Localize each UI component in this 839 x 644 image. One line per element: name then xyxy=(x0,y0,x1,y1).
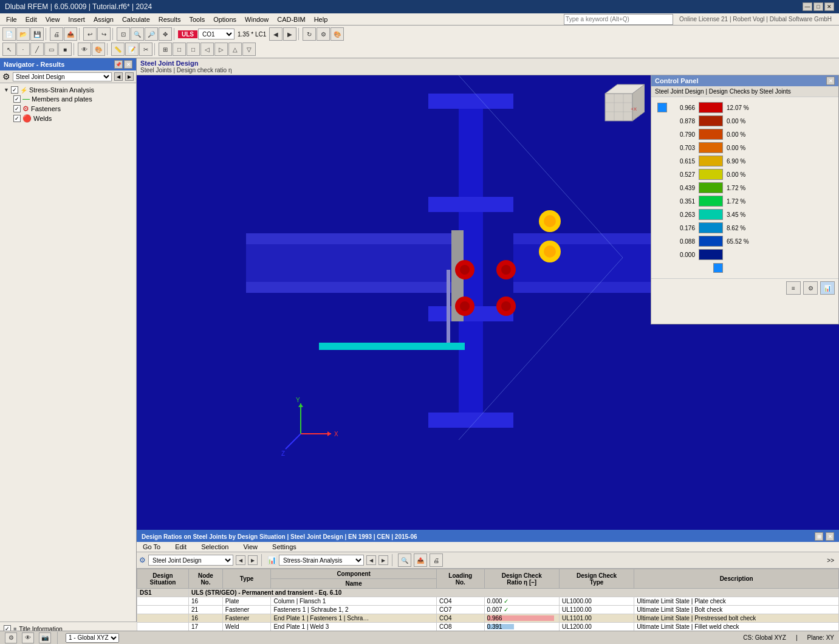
left-button[interactable]: ◁ xyxy=(200,43,214,56)
zoom-fit-button[interactable]: ⊡ xyxy=(117,27,130,41)
results-selection[interactable]: Selection xyxy=(197,543,232,551)
results-view[interactable]: View xyxy=(239,543,261,551)
nav-close-button[interactable]: ✕ xyxy=(124,60,132,69)
rotate-button[interactable]: ↻ xyxy=(303,27,316,41)
menu-file[interactable]: File xyxy=(2,15,21,24)
render-button[interactable]: 🎨 xyxy=(330,27,344,41)
redo-button[interactable]: ↪ xyxy=(97,27,111,41)
nav-pin-button[interactable]: 📌 xyxy=(114,60,123,69)
export-button[interactable]: 📤 xyxy=(64,27,77,41)
cp-close-button[interactable]: ✕ xyxy=(826,77,835,85)
nav-root-item[interactable]: ▼ ⚡ Stress-Strain Analysis xyxy=(2,86,134,94)
results-table-container[interactable]: DesignSituation NodeNo. Type Component L… xyxy=(137,569,839,631)
navigator-tree: ▼ ⚡ Stress-Strain Analysis — Members and… xyxy=(0,83,136,644)
design-next-button[interactable]: ▶ xyxy=(248,555,258,565)
line-button[interactable]: ╱ xyxy=(30,43,44,56)
status-settings-button[interactable]: ⚙ xyxy=(5,632,17,643)
print-button[interactable]: 🖨 xyxy=(50,27,63,41)
results-header: Design Ratios on Steel Joints by Design … xyxy=(137,531,839,542)
legend-chart-button[interactable]: 📊 xyxy=(820,281,835,295)
welds-checkbox[interactable] xyxy=(13,115,21,122)
annotation-button[interactable]: 📝 xyxy=(125,43,139,56)
menu-insert[interactable]: Insert xyxy=(64,15,89,24)
menu-results[interactable]: Results xyxy=(155,15,185,24)
menu-calculate[interactable]: Calculate xyxy=(118,15,154,24)
search-input[interactable] xyxy=(564,14,673,25)
nav-members-label: Members and plates xyxy=(32,95,92,103)
menu-help[interactable]: Help xyxy=(310,15,332,24)
nav-fasteners-item[interactable]: ⚙ Fasteners xyxy=(12,104,134,114)
menu-assign[interactable]: Assign xyxy=(90,15,117,24)
legend-val-3: 0.703 xyxy=(671,145,695,151)
iso-button[interactable]: ⊞ xyxy=(159,43,172,56)
close-button[interactable]: ✕ xyxy=(824,2,834,11)
nav-prev-button[interactable]: ◀ xyxy=(114,72,123,81)
menu-tools[interactable]: Tools xyxy=(185,15,208,24)
print-table-button[interactable]: 🖨 xyxy=(430,553,443,567)
settings-button[interactable]: ⚙ xyxy=(317,27,330,41)
menu-options[interactable]: Options xyxy=(210,15,240,24)
nav-next-button[interactable]: ▶ xyxy=(125,72,134,81)
bottom-button[interactable]: ▽ xyxy=(242,43,256,56)
minimize-button[interactable]: — xyxy=(803,2,812,11)
undo-button[interactable]: ↩ xyxy=(83,27,97,41)
view-cube[interactable]: +X xyxy=(593,81,645,134)
prev-co-button[interactable]: ◀ xyxy=(269,27,283,41)
nav-welds-item[interactable]: 🔴 Welds xyxy=(12,114,134,123)
pan-button[interactable]: ✥ xyxy=(159,27,172,41)
solid-button[interactable]: ■ xyxy=(58,43,72,56)
section-button[interactable]: ✂ xyxy=(139,43,152,56)
maximize-button[interactable]: □ xyxy=(813,2,823,11)
save-button[interactable]: 💾 xyxy=(30,27,44,41)
cell-check-type: UL1100.00 xyxy=(559,606,634,614)
status-video-button[interactable]: 📷 xyxy=(39,632,51,643)
filter-button[interactable]: 🔍 xyxy=(398,553,411,567)
members-checkbox[interactable] xyxy=(13,95,21,103)
table-row[interactable]: 16 Plate Column | Flansch 1 CO4 0.000 ✓ xyxy=(137,597,839,606)
results-close-button[interactable]: ✕ xyxy=(826,532,834,541)
front-button[interactable]: □ xyxy=(173,43,186,56)
design-prev-button[interactable]: ◀ xyxy=(236,555,245,565)
module-select[interactable]: Steel Joint Design xyxy=(13,72,112,81)
top-button[interactable]: △ xyxy=(228,43,242,56)
results-expand-button[interactable]: ⊞ xyxy=(815,532,823,541)
next-co-button[interactable]: ▶ xyxy=(283,27,296,41)
table-row[interactable]: 17 Weld End Plate 1 | Weld 3 CO8 0.391 ✓ xyxy=(137,623,839,631)
node-button[interactable]: · xyxy=(16,43,30,56)
analysis-prev-button[interactable]: ◀ xyxy=(366,555,376,565)
table-row[interactable]: 16 Fastener End Plate 1 | Fasteners 1 | … xyxy=(137,614,839,623)
surface-button[interactable]: ▭ xyxy=(44,43,58,56)
nav-module-dropdown[interactable]: ⚙ Steel Joint Design ◀ ▶ xyxy=(0,70,136,83)
legend-table-button[interactable]: ≡ xyxy=(786,281,801,295)
display-button[interactable]: 👁 xyxy=(78,43,91,56)
menu-view[interactable]: View xyxy=(42,15,64,24)
co-select[interactable]: CO1 xyxy=(198,29,235,39)
status-eye-button[interactable]: 👁 xyxy=(22,632,34,643)
back-button[interactable]: □ xyxy=(187,43,200,56)
menu-cadbim[interactable]: CAD-BIM xyxy=(273,15,309,24)
table-row[interactable]: 21 Fastener Fasteners 1 | Schraube 1, 2 … xyxy=(137,606,839,614)
design-select[interactable]: Steel Joint Design xyxy=(148,555,233,566)
right-button[interactable]: ▷ xyxy=(214,43,228,56)
fasteners-checkbox[interactable] xyxy=(13,105,21,112)
zoom-out-button[interactable]: 🔎 xyxy=(145,27,158,41)
new-button[interactable]: 📄 xyxy=(2,27,16,41)
analysis-select[interactable]: Stress-Strain Analysis xyxy=(279,555,364,566)
menu-edit[interactable]: Edit xyxy=(22,15,41,24)
coordinate-select[interactable]: 1 - Global XYZ xyxy=(66,633,119,643)
results-settings[interactable]: Settings xyxy=(269,543,300,551)
select-button[interactable]: ↖ xyxy=(2,43,16,56)
results-edit[interactable]: Edit xyxy=(171,543,190,551)
analysis-next-button[interactable]: ▶ xyxy=(378,555,388,565)
export-table-button[interactable]: 📤 xyxy=(414,553,427,567)
measure-button[interactable]: 📏 xyxy=(111,43,125,56)
legend-settings-button[interactable]: ⚙ xyxy=(803,281,818,295)
color-button[interactable]: 🎨 xyxy=(92,43,105,56)
menu-window[interactable]: Window xyxy=(241,15,272,24)
scene-3d[interactable]: X Y Z xyxy=(137,75,839,547)
zoom-in-button[interactable]: 🔍 xyxy=(131,27,144,41)
open-button[interactable]: 📂 xyxy=(16,27,30,41)
results-goto[interactable]: Go To xyxy=(139,543,164,551)
nav-members-item[interactable]: — Members and plates xyxy=(12,94,134,104)
root-checkbox[interactable] xyxy=(11,86,18,94)
